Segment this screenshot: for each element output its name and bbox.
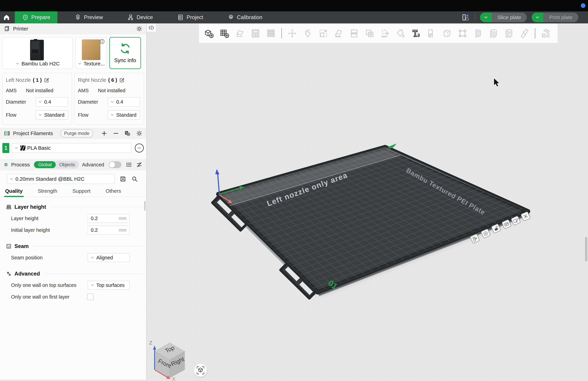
rotate-button[interactable]: [302, 28, 314, 39]
text-tool-button[interactable]: [410, 28, 422, 39]
tab-label: Calibration: [237, 14, 262, 21]
split-to-objects-button[interactable]: [441, 28, 453, 39]
save-preset-button[interactable]: [120, 176, 126, 182]
edit-icon[interactable]: [119, 77, 125, 83]
seam-icon: [6, 243, 12, 249]
tab-project[interactable]: Project: [170, 11, 210, 23]
printer-cards: Bambu Lab H2C Texture... Sync info: [0, 34, 146, 71]
flow-label: Flow: [6, 112, 16, 118]
add-plate-button[interactable]: [219, 28, 230, 39]
tab-support[interactable]: Support: [72, 188, 90, 197]
segment-global[interactable]: Global: [34, 161, 56, 168]
cut-button[interactable]: [349, 28, 360, 39]
segment-objects[interactable]: Objects: [56, 162, 78, 167]
color-paint-button[interactable]: [395, 28, 406, 39]
unit-label: mm: [119, 227, 126, 233]
print-plate-button[interactable]: Print plate: [532, 13, 578, 22]
ams-label: AMS: [78, 88, 89, 93]
move-button[interactable]: [287, 28, 298, 39]
seam-position-label: Seam position: [11, 255, 88, 261]
auto-orient-button[interactable]: [234, 28, 246, 39]
wall-first-layer-checkbox[interactable]: [87, 293, 94, 300]
section-title: Layer height: [14, 204, 46, 210]
plate-info-icon[interactable]: [99, 39, 105, 44]
print-options-chevron[interactable]: [532, 13, 543, 22]
home-button[interactable]: [0, 11, 13, 23]
obj-doc-button[interactable]: [488, 28, 499, 39]
edit-icon[interactable]: [44, 77, 49, 83]
left-diameter-select[interactable]: 0.4: [36, 97, 68, 107]
assembly-icon: [541, 28, 551, 38]
tab-others[interactable]: Others: [105, 188, 121, 197]
variable-layer-height-button[interactable]: [472, 28, 484, 39]
ams-mapping-icon[interactable]: [125, 130, 131, 136]
plate-type-card[interactable]: Texture...: [75, 37, 107, 69]
tab-strength[interactable]: Strength: [38, 188, 57, 197]
viewport-scrollbar[interactable]: [585, 237, 587, 262]
svg-tool-icon: [427, 28, 437, 38]
left-flow-select[interactable]: Standard: [36, 110, 68, 120]
nozzle-cards: Left Nozzle ( 1 ) AMS Not installed Diam…: [0, 71, 146, 128]
clone-button[interactable]: [364, 28, 375, 39]
purge-mode-button[interactable]: Purge mode: [60, 129, 93, 137]
seam-position-select[interactable]: Aligned: [88, 253, 130, 262]
printer-settings-button[interactable]: [136, 26, 142, 32]
remove-filament-button[interactable]: [113, 130, 119, 136]
filament-settings-button[interactable]: [136, 130, 142, 136]
slice-plate-label: Slice plate: [492, 13, 527, 22]
wall-top-surfaces-select[interactable]: Top surfaces: [88, 281, 130, 290]
layer-height-input[interactable]: 0.2 mm: [88, 214, 130, 223]
measure-button[interactable]: [519, 28, 530, 39]
arrange-button[interactable]: [250, 28, 261, 39]
slice-plate-button[interactable]: Slice plate: [480, 13, 527, 22]
multi-plate-view-button[interactable]: [461, 13, 470, 22]
advanced-toggle[interactable]: [109, 161, 121, 168]
slice-options-chevron[interactable]: [480, 13, 492, 22]
chevron-down-icon: [90, 283, 95, 287]
variable-layer-height-icon: [473, 28, 483, 38]
sync-info-button[interactable]: Sync info: [109, 37, 141, 69]
tab-calibration[interactable]: Calibration: [220, 11, 270, 23]
search-parameter-button[interactable]: [131, 176, 138, 182]
process-section-title: Process: [11, 162, 30, 168]
split-to-parts-button[interactable]: [457, 28, 468, 39]
plate-type-select[interactable]: Texture...: [77, 61, 105, 67]
right-flow-select[interactable]: Standard: [108, 110, 140, 120]
add-filament-button[interactable]: [101, 130, 107, 136]
tab-prepare[interactable]: Prepare: [15, 11, 57, 23]
right-nozzle-index: ( 6 ): [108, 77, 117, 83]
tab-preview[interactable]: Preview: [67, 11, 110, 23]
chevron-down-icon: [90, 255, 95, 260]
printer-model-card[interactable]: Bambu Lab H2C: [2, 37, 73, 69]
collapse-sidebar-button[interactable]: [147, 24, 156, 32]
ams-status: Not installed: [98, 88, 126, 93]
tab-quality[interactable]: Quality: [5, 188, 23, 197]
advanced-label: Advanced: [82, 162, 104, 168]
arrange-icon: [251, 28, 260, 38]
svg-tool-button[interactable]: [426, 28, 437, 39]
parameter-list-button[interactable]: [126, 162, 132, 168]
filament-more-button[interactable]: [135, 143, 144, 153]
support-paint-button[interactable]: [379, 28, 391, 39]
tab-device[interactable]: Device: [120, 11, 160, 23]
right-diameter-select[interactable]: 0.4: [108, 97, 140, 107]
process-preset-select[interactable]: 0.20mm Standard @BBL H2C: [7, 174, 114, 184]
lay-on-face-button[interactable]: [333, 28, 344, 39]
toggle-knob: [109, 162, 115, 168]
assembly-button[interactable]: [540, 28, 551, 39]
compare-preset-button[interactable]: [136, 162, 142, 168]
initial-layer-height-input[interactable]: 0.2 mm: [88, 225, 130, 235]
add-object-button[interactable]: [203, 28, 215, 39]
scale-button[interactable]: [317, 28, 329, 39]
move-icon: [287, 28, 297, 38]
split-list-button[interactable]: [265, 28, 277, 39]
param-doc-button[interactable]: [503, 28, 515, 39]
3d-viewport[interactable]: [147, 23, 588, 381]
text-tool-icon: [411, 28, 421, 38]
initial-layer-height-row: Initial layer height 0.2 mm: [0, 224, 146, 236]
sync-icon: [119, 43, 131, 55]
printer-model-select[interactable]: Bambu Lab H2C: [15, 61, 60, 67]
section-title: Seam: [14, 243, 29, 249]
sidebar-scrollbar[interactable]: [144, 201, 146, 211]
filament-select[interactable]: PLA Basic: [12, 143, 131, 153]
